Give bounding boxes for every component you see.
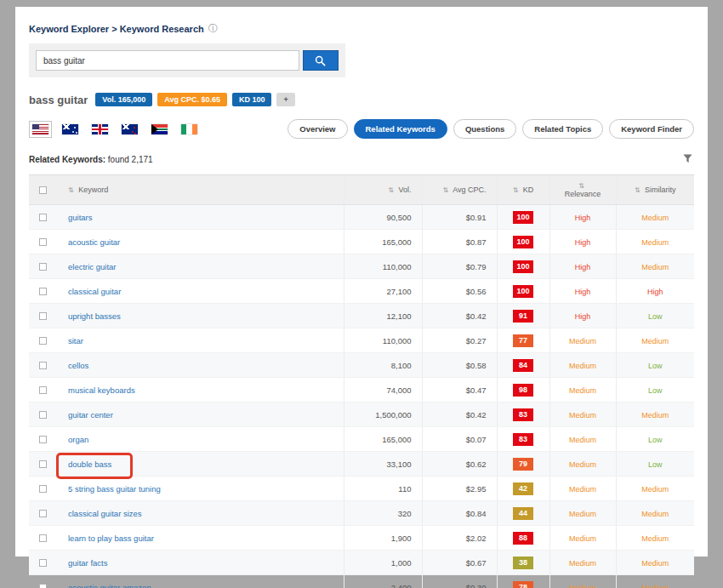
info-circle-icon[interactable]: ⓘ — [208, 22, 218, 35]
similarity-value: Medium — [641, 263, 669, 271]
relevance-value: Medium — [569, 460, 596, 469]
keyword-cell: guitar center — [68, 410, 113, 420]
row-checkbox[interactable] — [39, 312, 47, 320]
similarity-value: Low — [648, 386, 663, 395]
keyword-link[interactable]: classical guitar sizes — [68, 509, 142, 518]
keyword-cell: cellos — [68, 361, 88, 370]
keyword-link[interactable]: upright basses — [68, 311, 121, 321]
flag-ie[interactable] — [178, 121, 201, 138]
keyword-link[interactable]: double bass — [68, 460, 111, 469]
cpc-value: $0.91 — [422, 205, 497, 230]
filter-button[interactable] — [681, 151, 694, 168]
keyword-cell: electric guitar — [68, 262, 117, 271]
row-checkbox[interactable] — [39, 288, 47, 295]
cpc-value: $0.56 — [422, 279, 497, 304]
keyword-link[interactable]: guitars — [68, 213, 93, 222]
keyword-cell: sitar — [68, 336, 83, 345]
row-checkbox[interactable] — [39, 436, 47, 443]
related-keywords-table: ⇅ Keyword⇅ Vol.⇅ Avg CPC.⇅ KD⇅ Relevance… — [29, 175, 694, 588]
keyword-cell: guitar facts — [68, 558, 107, 568]
row-checkbox[interactable] — [39, 362, 47, 369]
keyword-cell: musical keyboards — [68, 385, 135, 395]
table-row: upright basses12,100$0.4291HighLow — [29, 304, 694, 328]
kd-badge: 38 — [513, 557, 533, 569]
keyword-link[interactable]: acoustic guitar — [68, 237, 120, 247]
row-checkbox[interactable] — [39, 238, 47, 246]
cpc-value: $0.42 — [422, 304, 497, 328]
relevance-value: Medium — [569, 362, 596, 370]
flag-au[interactable] — [59, 121, 82, 138]
relevance-value: Medium — [569, 485, 596, 494]
relevance-value: High — [575, 312, 591, 321]
row-checkbox[interactable] — [39, 386, 47, 394]
row-checkbox[interactable] — [39, 510, 47, 517]
tab-related-keywords[interactable]: Related Keywords — [354, 119, 447, 139]
relevance-value: High — [575, 214, 591, 222]
keyword-link[interactable]: acoustic guitar amazon — [68, 583, 151, 588]
row-checkbox[interactable] — [39, 559, 47, 567]
row-checkbox[interactable] — [39, 460, 47, 468]
row-checkbox[interactable] — [39, 584, 47, 588]
tab-overview[interactable]: Overview — [287, 119, 347, 139]
row-checkbox[interactable] — [39, 485, 47, 493]
col-header-keyword[interactable]: ⇅ Keyword — [58, 175, 344, 205]
keyword-cell: upright basses — [68, 311, 121, 321]
table-row: double bass33,100$0.6279MediumLow — [29, 452, 694, 477]
kd-badge: 100 — [513, 285, 533, 298]
keyword-cell: organ — [68, 435, 88, 444]
keyword-link[interactable]: guitar center — [68, 410, 113, 420]
flags-tabs-row: OverviewRelated KeywordsQuestionsRelated… — [29, 119, 694, 139]
similarity-value: Medium — [641, 411, 669, 420]
sort-icon: ⇅ — [635, 186, 640, 194]
relevance-value: Medium — [569, 510, 596, 518]
tab-keyword-finder[interactable]: Keyword Finder — [609, 119, 694, 139]
tab-questions[interactable]: Questions — [453, 119, 516, 139]
country-flag-selector — [29, 121, 201, 138]
row-checkbox[interactable] — [39, 263, 47, 271]
flag-nz[interactable] — [118, 121, 141, 138]
keyword-link[interactable]: sitar — [68, 336, 83, 345]
results-count-label: Related Keywords: — [29, 155, 105, 164]
keyword-link[interactable]: organ — [68, 435, 88, 444]
keyword-link[interactable]: cellos — [68, 361, 88, 370]
col-header-relevance[interactable]: ⇅ Relevance — [549, 175, 616, 205]
flag-gb[interactable] — [88, 121, 111, 138]
keyword-link[interactable]: learn to play bass guitar — [68, 534, 154, 543]
row-checkbox[interactable] — [39, 337, 47, 345]
results-count: Related Keywords: found 2,171 — [29, 155, 153, 164]
col-header-similarity[interactable]: ⇅ Similarity — [616, 175, 694, 205]
similarity-value: Medium — [641, 238, 669, 247]
sort-icon: ⇅ — [388, 186, 394, 194]
breadcrumb-text: Keyword Explorer > Keyword Research — [29, 24, 204, 34]
select-all-checkbox[interactable] — [39, 186, 47, 194]
keyword-link[interactable]: electric guitar — [68, 262, 117, 271]
cpc-value: $2.95 — [422, 477, 497, 501]
row-checkbox[interactable] — [39, 411, 47, 419]
col-header-vol[interactable]: ⇅ Vol. — [344, 175, 422, 205]
relevance-value: High — [575, 263, 591, 271]
tab-related-topics[interactable]: Related Topics — [522, 119, 603, 139]
volume-value: 110 — [344, 477, 422, 501]
row-checkbox[interactable] — [39, 214, 47, 221]
similarity-value: Medium — [641, 534, 669, 543]
search-button[interactable] — [303, 50, 339, 71]
keyword-link[interactable]: 5 string bass guitar tuning — [68, 484, 161, 494]
table-row: guitar facts1,000$0.6738MediumMedium — [29, 551, 694, 575]
keyword-link[interactable]: guitar facts — [68, 558, 107, 568]
keyword-link[interactable]: classical guitar — [68, 287, 121, 296]
add-metric-button[interactable]: + — [276, 93, 294, 106]
relevance-value: High — [575, 288, 591, 296]
row-checkbox[interactable] — [39, 534, 47, 542]
col-header-avg-cpc[interactable]: ⇅ Avg CPC. — [422, 175, 497, 205]
kd-badge: 100 — [513, 211, 533, 224]
flag-us[interactable] — [29, 121, 52, 138]
volume-value: 110,000 — [344, 328, 422, 353]
table-header-row: ⇅ Keyword⇅ Vol.⇅ Avg CPC.⇅ KD⇅ Relevance… — [29, 175, 694, 205]
volume-value: 12,100 — [344, 304, 422, 328]
similarity-value: Low — [648, 436, 663, 444]
keyword-link[interactable]: musical keyboards — [68, 385, 135, 395]
search-input[interactable] — [36, 50, 299, 71]
col-header-kd[interactable]: ⇅ KD — [497, 175, 549, 205]
flag-za[interactable] — [148, 121, 171, 138]
relevance-value: High — [575, 238, 591, 247]
